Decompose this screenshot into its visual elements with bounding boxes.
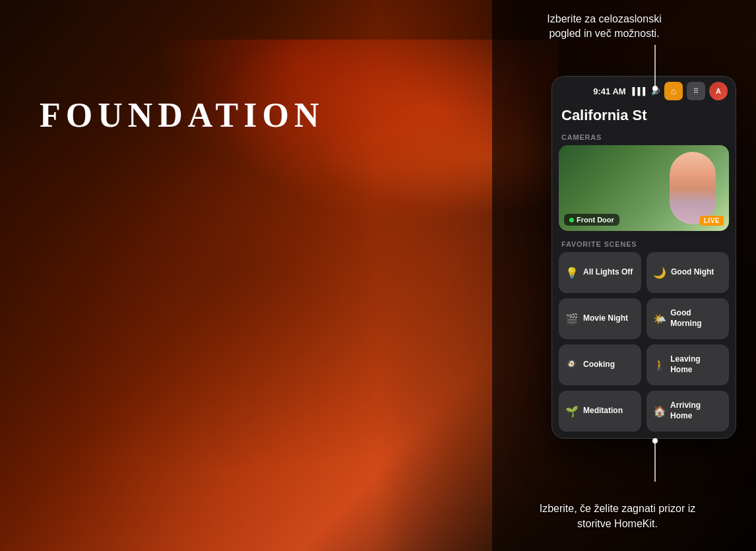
phone-ui: 9:41 AM ▌▌▌ 🔊 ⌂ ⠿ A California St CAMERA…: [551, 76, 736, 439]
scene-all-lights-off[interactable]: 💡 All Lights Off: [559, 252, 641, 293]
arriving-home-icon: 🏠: [653, 405, 666, 418]
good-morning-label: Good Morning: [670, 308, 722, 329]
cooking-icon: 🍳: [565, 359, 579, 372]
cameras-section-label: CAMERAS: [552, 129, 736, 145]
cooking-label: Cooking: [583, 360, 615, 370]
scenes-section-label: FAVORITE SCENES: [552, 236, 736, 252]
meditation-label: Meditation: [583, 406, 623, 416]
scene-leaving-home[interactable]: 🚶 Leaving Home: [646, 344, 729, 385]
movie-night-icon: 🎬: [565, 313, 579, 325]
scene-movie-night[interactable]: 🎬 Movie Night: [559, 298, 641, 339]
annotation-top: Izberite za celozaslonski pogled in več …: [532, 12, 677, 42]
leaving-home-label: Leaving Home: [670, 354, 722, 375]
good-night-icon: 🌙: [653, 267, 666, 279]
camera-name: Front Door: [577, 216, 614, 224]
connector-line-bottom: [654, 442, 656, 482]
status-bar: 9:41 AM ▌▌▌ 🔊 ⌂ ⠿ A: [552, 77, 736, 103]
connector-dot-bottom: [652, 438, 658, 443]
leaving-home-icon: 🚶: [653, 359, 666, 372]
show-title: FOUNDATION: [40, 96, 324, 135]
all-lights-icon: 💡: [565, 267, 579, 279]
scene-good-morning[interactable]: 🌤️ Good Morning: [646, 298, 729, 339]
camera-card[interactable]: Front Door LIVE: [559, 145, 729, 231]
scene-arriving-home[interactable]: 🏠 Arriving Home: [646, 391, 729, 432]
signal-icon: ▌▌▌: [633, 87, 648, 95]
good-night-label: Good Night: [671, 267, 714, 278]
scene-cooking[interactable]: 🍳 Cooking: [559, 344, 641, 385]
connector-dot-top: [652, 86, 658, 91]
camera-active-dot: [569, 218, 574, 222]
live-badge: LIVE: [700, 216, 724, 226]
annotation-bottom: Izberite, če želite zagnati prizor iz st…: [532, 502, 703, 531]
home-title: California St: [552, 103, 736, 129]
avatar-initials: A: [716, 87, 721, 95]
camera-label: Front Door: [564, 214, 619, 226]
avatar-button[interactable]: A: [709, 82, 728, 100]
movie-night-label: Movie Night: [583, 313, 628, 324]
connector-line-top: [654, 45, 656, 88]
scene-good-night[interactable]: 🌙 Good Night: [646, 252, 729, 293]
meditation-icon: 🌱: [565, 405, 579, 418]
home-app-icon[interactable]: ⌂: [664, 82, 683, 100]
scenes-grid: 💡 All Lights Off 🌙 Good Night 🎬 Movie Ni…: [552, 252, 736, 438]
arriving-home-label: Arriving Home: [670, 401, 722, 421]
menu-button[interactable]: ⠿: [687, 82, 705, 100]
good-morning-icon: 🌤️: [653, 313, 666, 325]
home-icon: ⌂: [671, 86, 676, 96]
status-time: 9:41 AM: [593, 86, 625, 96]
all-lights-label: All Lights Off: [583, 267, 633, 278]
scene-meditation[interactable]: 🌱 Meditation: [559, 391, 641, 432]
dots-icon: ⠿: [693, 87, 699, 96]
camera-person: [670, 152, 716, 224]
